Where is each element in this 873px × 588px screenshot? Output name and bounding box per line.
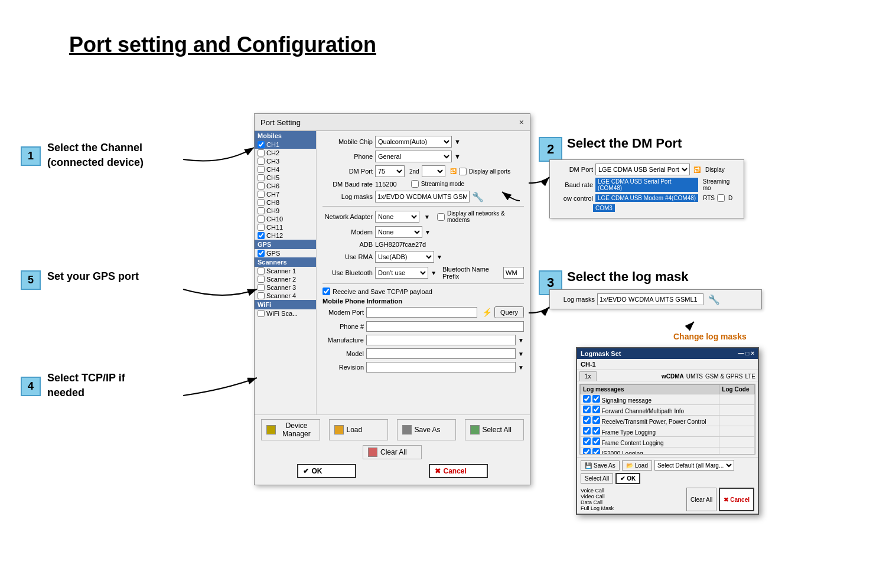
ch8-item[interactable]: CH8: [255, 198, 316, 207]
lm-default-dropdown[interactable]: Select Default (all Marg... Voice Call V…: [654, 460, 734, 471]
log-row-forward[interactable]: Forward Channel/Multipath Info: [581, 405, 755, 416]
ch6-label: CH6: [266, 182, 279, 190]
scanner4-item[interactable]: Scanner 4: [255, 292, 316, 300]
log-row-frame-content[interactable]: Frame Content Logging: [581, 437, 755, 447]
gps-checkbox[interactable]: [258, 250, 265, 257]
log-masks-detail-btn[interactable]: 🔧: [708, 294, 720, 305]
ch9-checkbox[interactable]: [258, 207, 265, 214]
network-adapter-select[interactable]: None: [375, 211, 419, 223]
dm-port-select[interactable]: 75: [375, 165, 405, 177]
ch5-item[interactable]: CH5: [255, 174, 316, 182]
ch7-item[interactable]: CH7: [255, 190, 316, 198]
scanner3-checkbox[interactable]: [258, 284, 265, 291]
scanner2-checkbox[interactable]: [258, 276, 265, 283]
rts-checkbox[interactable]: [717, 194, 725, 202]
log-row-is2000[interactable]: IS2000 Logging: [581, 447, 755, 455]
ch10-checkbox[interactable]: [258, 215, 265, 223]
lm-ok-btn[interactable]: ✔ OK: [615, 473, 640, 484]
ch12-checkbox[interactable]: [258, 232, 265, 239]
lm-load-btn[interactable]: 📂 Load: [622, 460, 652, 471]
load-button[interactable]: Load: [329, 419, 388, 440]
phone-select[interactable]: General: [375, 151, 452, 162]
ok-button[interactable]: ✔ OK: [297, 464, 356, 478]
use-bluetooth-select[interactable]: Don't use: [375, 267, 428, 279]
lm-voice-call[interactable]: Voice Call: [581, 488, 684, 494]
ch10-item[interactable]: CH10: [255, 215, 316, 223]
select-all-button[interactable]: Select All: [465, 419, 524, 440]
dm-port-detail-select[interactable]: LGE CDMA USB Serial Port (COM48) LGE CDM…: [595, 164, 690, 175]
ch7-checkbox[interactable]: [258, 191, 265, 198]
lm-select-all-btn[interactable]: Select All: [581, 473, 613, 484]
wifi-item[interactable]: WiFi Sca...: [255, 309, 316, 318]
ch12-item[interactable]: CH12: [255, 231, 316, 240]
ch5-checkbox[interactable]: [258, 174, 265, 181]
ch2-item[interactable]: CH2: [255, 149, 316, 157]
cancel-button[interactable]: ✖ Cancel: [429, 464, 488, 478]
revision-input[interactable]: [366, 362, 516, 373]
ch4-checkbox[interactable]: [258, 166, 265, 173]
step2-label: Select the DM Port: [567, 136, 682, 151]
scanner3-item[interactable]: Scanner 3: [255, 283, 316, 292]
ch8-checkbox[interactable]: [258, 199, 265, 206]
dm-2nd-select[interactable]: [422, 165, 445, 177]
model-input[interactable]: [366, 348, 516, 359]
modem-select[interactable]: None: [375, 226, 422, 238]
save-as-button[interactable]: Save As: [397, 419, 456, 440]
log-masks-btn[interactable]: 🔧: [472, 191, 484, 202]
ch3-checkbox[interactable]: [258, 158, 265, 165]
lm-cancel-btn[interactable]: ✖ Cancel: [719, 488, 754, 511]
logmask-window-controls[interactable]: — □ ×: [738, 350, 754, 357]
display-all-ports-checkbox[interactable]: [459, 168, 467, 175]
model-row: Model ▼: [323, 348, 524, 359]
device-manager-button[interactable]: Device Manager: [261, 419, 320, 440]
ch1-item[interactable]: CH1: [255, 141, 316, 149]
ch9-item[interactable]: CH9: [255, 207, 316, 215]
logmask-table-container: Log messages Log Code Signaling message …: [579, 384, 755, 455]
lm-save-as-btn[interactable]: 💾 Save As: [581, 460, 620, 471]
tab-wcmda[interactable]: wCDMA: [662, 373, 684, 380]
ch2-checkbox[interactable]: [258, 149, 265, 156]
log-masks-detail-input[interactable]: [597, 293, 703, 305]
tab-gsm-gprs[interactable]: GSM & GPRS: [705, 373, 742, 380]
tab-lte[interactable]: LTE: [745, 373, 755, 380]
step4-badge: 4: [21, 377, 41, 396]
log-masks-input[interactable]: [375, 191, 470, 202]
lm-clear-all-btn[interactable]: Clear All: [686, 488, 716, 511]
ch1-checkbox[interactable]: [258, 141, 265, 148]
ch3-label: CH3: [266, 158, 279, 165]
streaming-mode-checkbox[interactable]: [411, 180, 419, 188]
ch4-item[interactable]: CH4: [255, 165, 316, 174]
ch6-item[interactable]: CH6: [255, 182, 316, 190]
scanner1-checkbox[interactable]: [258, 267, 265, 275]
ch11-checkbox[interactable]: [258, 224, 265, 231]
use-rma-select[interactable]: Use(ADB): [375, 251, 434, 263]
gps-item[interactable]: GPS: [255, 249, 316, 257]
tab-1x[interactable]: 1x: [579, 371, 597, 381]
modem-port-input[interactable]: [366, 307, 477, 318]
tab-umts[interactable]: UMTS: [686, 373, 703, 380]
revision-row: Revision ▼: [323, 362, 524, 373]
mobile-chip-select[interactable]: Qualcomm(Auto): [375, 136, 452, 148]
log-row-frame-type[interactable]: Frame Type Logging: [581, 426, 755, 437]
ch6-checkbox[interactable]: [258, 182, 265, 190]
ch3-item[interactable]: CH3: [255, 157, 316, 165]
tcpip-checkbox[interactable]: [323, 288, 330, 295]
dialog-close-btn[interactable]: ×: [519, 117, 524, 127]
phone-num-input[interactable]: [366, 321, 524, 332]
scanner4-checkbox[interactable]: [258, 292, 265, 299]
modem-port-icon[interactable]: ⚡: [482, 308, 492, 317]
ch11-item[interactable]: CH11: [255, 223, 316, 231]
lm-video-call[interactable]: Video Call: [581, 494, 684, 499]
bt-prefix-input[interactable]: [503, 267, 524, 279]
clear-all-button[interactable]: Clear All: [363, 445, 422, 459]
lm-full-log[interactable]: Full Log Mask: [581, 505, 684, 511]
display-networks-checkbox[interactable]: [437, 213, 445, 221]
log-row-signaling[interactable]: Signaling message: [581, 394, 755, 405]
lm-data-call[interactable]: Data Call: [581, 499, 684, 505]
log-row-power[interactable]: Receive/Transmit Power, Power Control: [581, 416, 755, 426]
scanner1-item[interactable]: Scanner 1: [255, 267, 316, 275]
scanner2-item[interactable]: Scanner 2: [255, 275, 316, 283]
wifi-checkbox[interactable]: [258, 310, 265, 317]
manufacture-input[interactable]: [366, 335, 516, 345]
query-button[interactable]: Query: [494, 306, 524, 318]
